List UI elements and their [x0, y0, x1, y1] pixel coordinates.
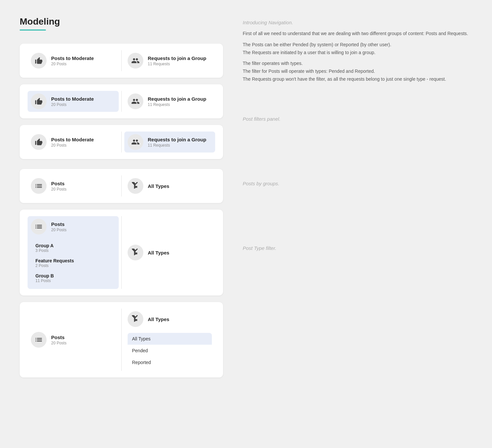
pf3-left-sublabel: 20 Posts: [51, 341, 67, 345]
pf1-left[interactable]: Posts 20 Posts: [28, 175, 119, 196]
nav-section-body: First of all we need to understand that …: [243, 30, 472, 83]
groups-section-heading: Posts by groups.: [243, 181, 472, 186]
card-3-right-sublabel: 11 Requests: [148, 143, 206, 148]
card-1-left-label: Posts to Moderate: [51, 55, 94, 61]
type-option-pended[interactable]: Pended: [128, 345, 212, 356]
right-section-filters: Post filters panel.: [243, 116, 472, 122]
filter-icon-1: [128, 178, 143, 194]
post-filter-card-3: Posts 20 Posts All Types: [20, 302, 223, 377]
type-dropdown: All Types Pended Reported: [128, 333, 212, 368]
card-2: Posts to Moderate 20 Posts Requests to j…: [20, 84, 223, 118]
card-3: Posts to Moderate 20 Posts Requests to j…: [20, 125, 223, 159]
pf3-right-text: All Types: [148, 316, 170, 322]
right-column: Introducing Navigation. First of all we …: [243, 16, 472, 384]
right-section-type: Post Type filter.: [243, 245, 472, 251]
thumbs-icon-3: [31, 134, 47, 150]
group-feature-label: Feature Requests: [35, 258, 111, 263]
type-section-heading: Post Type filter.: [243, 245, 472, 251]
posts-icon-3: [31, 332, 47, 348]
thumbs-icon-2: [31, 93, 47, 109]
card-1-left-text: Posts to Moderate 20 Posts: [51, 55, 94, 66]
pf1-left-label: Posts: [51, 181, 67, 186]
card-3-left[interactable]: Posts to Moderate 20 Posts: [28, 132, 119, 153]
post-filter-card-1: Posts 20 Posts All Types: [20, 169, 223, 203]
card-1: Posts to Moderate 20 Posts Requests to j…: [20, 44, 223, 78]
page-title: Modeling: [20, 16, 223, 27]
pf3-left-label: Posts: [51, 335, 67, 340]
card-2-left-label: Posts to Moderate: [51, 96, 94, 102]
post-filter-card-2: Posts 20 Posts Group A 3 Posts Feature R…: [20, 210, 223, 295]
card-2-right-text: Requests to join a Group 11 Requests: [148, 96, 206, 107]
card-2-right-label: Requests to join a Group: [148, 96, 206, 102]
pf3-row: Posts 20 Posts All Types: [28, 309, 215, 371]
pf2-left[interactable]: Posts 20 Posts Group A 3 Posts Feature R…: [28, 216, 119, 289]
card-3-divider: [121, 132, 122, 153]
card-3-right[interactable]: Requests to join a Group 11 Requests: [124, 132, 215, 153]
card-2-right[interactable]: Requests to join a Group 11 Requests: [124, 91, 215, 112]
pf1-divider: [121, 175, 122, 196]
pf1-right-text: All Types: [148, 183, 170, 189]
card-1-right-text: Requests to join a Group 11 Requests: [148, 55, 206, 66]
group-icon-3: [128, 134, 143, 150]
pf2-left-label: Posts: [51, 221, 67, 227]
pf2-left-sublabel: 20 Posts: [51, 228, 67, 232]
card-3-right-label: Requests to join a Group: [148, 137, 206, 142]
pf2-right[interactable]: All Types: [124, 216, 215, 289]
pf3-left[interactable]: Posts 20 Posts: [28, 309, 119, 371]
card-2-left-sublabel: 20 Posts: [51, 102, 94, 107]
card-1-right[interactable]: Requests to join a Group 11 Requests: [124, 50, 215, 71]
pf3-right[interactable]: All Types All Types Pended Reported: [124, 309, 215, 371]
group-item-a[interactable]: Group A 3 Posts: [32, 241, 114, 255]
posts-icon-1: [31, 178, 47, 194]
card-1-right-sublabel: 11 Requests: [148, 62, 206, 66]
card-3-left-sublabel: 20 Posts: [51, 143, 94, 148]
pf1-left-text: Posts 20 Posts: [51, 181, 67, 192]
nav-para-3: The filter operates with types.The filte…: [243, 60, 472, 83]
pf2-left-text: Posts 20 Posts: [51, 221, 67, 232]
group-icon: [128, 53, 143, 69]
card-1-divider: [121, 50, 122, 71]
nav-para-2: The Posts can be either Pended (by syste…: [243, 41, 472, 57]
card-1-left[interactable]: Posts to Moderate 20 Posts: [28, 50, 119, 71]
group-a-sub: 3 Posts: [35, 248, 111, 253]
card-2-divider: [121, 91, 122, 112]
group-item-b[interactable]: Group B 11 Posts: [32, 271, 114, 285]
pf1-right[interactable]: All Types: [124, 175, 215, 196]
right-section-nav: Introducing Navigation. First of all we …: [243, 20, 472, 83]
pf3-divider: [121, 309, 122, 371]
card-1-row: Posts to Moderate 20 Posts Requests to j…: [28, 50, 215, 71]
card-3-left-label: Posts to Moderate: [51, 137, 94, 142]
pf1-right-label: All Types: [148, 183, 170, 189]
card-1-left-sublabel: 20 Posts: [51, 62, 94, 66]
group-list: Group A 3 Posts Feature Requests 2 Posts…: [31, 241, 115, 286]
pf2-divider: [121, 216, 122, 289]
card-3-left-text: Posts to Moderate 20 Posts: [51, 137, 94, 148]
type-option-reported[interactable]: Reported: [128, 356, 212, 368]
pf3-left-text: Posts 20 Posts: [51, 335, 67, 345]
filter-icon-3: [128, 311, 143, 327]
card-1-right-label: Requests to join a Group: [148, 55, 206, 61]
group-b-sub: 11 Posts: [35, 278, 111, 283]
group-feature-sub: 2 Posts: [35, 263, 111, 268]
right-section-groups: Posts by groups.: [243, 181, 472, 186]
card-3-right-text: Requests to join a Group 11 Requests: [148, 137, 206, 148]
card-2-left-text: Posts to Moderate 20 Posts: [51, 96, 94, 107]
filter-icon-2: [128, 245, 143, 260]
posts-icon-2: [31, 219, 47, 234]
pf2-right-label: All Types: [148, 250, 170, 255]
title-underline: [20, 30, 46, 31]
group-b-label: Group B: [35, 273, 111, 278]
group-icon-2: [128, 93, 143, 109]
group-a-label: Group A: [35, 243, 111, 248]
card-2-left[interactable]: Posts to Moderate 20 Posts: [28, 91, 119, 112]
card-2-right-sublabel: 11 Requests: [148, 102, 206, 107]
nav-para-1: First of all we need to understand that …: [243, 30, 472, 38]
group-item-feature[interactable]: Feature Requests 2 Posts: [32, 256, 114, 270]
thumbs-icon: [31, 53, 47, 69]
pf2-right-text: All Types: [148, 250, 170, 255]
left-column: Modeling Posts to Moderate 20 Posts: [20, 16, 223, 384]
type-option-all[interactable]: All Types: [128, 333, 212, 345]
pf1-left-sublabel: 20 Posts: [51, 187, 67, 192]
pf2-row: Posts 20 Posts Group A 3 Posts Feature R…: [28, 216, 215, 289]
card-3-row: Posts to Moderate 20 Posts Requests to j…: [28, 132, 215, 153]
